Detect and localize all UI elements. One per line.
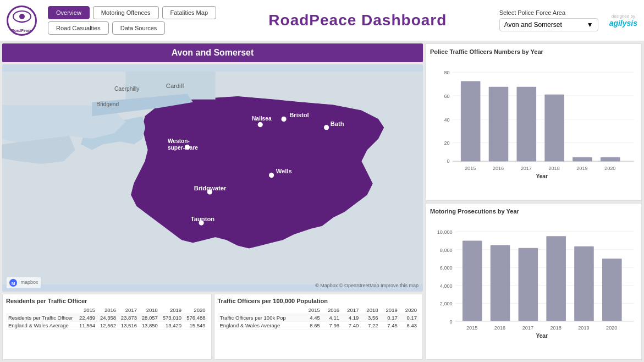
osm-credit: © Mapbox © OpenStreetMap Improve this ma… — [315, 283, 419, 288]
cell: 13,850 — [139, 322, 160, 330]
row-label: Residents per Traffic Officer — [6, 314, 76, 322]
officers-table: 2015 2016 2017 2018 2019 2020 Traffic Of… — [218, 306, 420, 330]
fatalities-button[interactable]: Fatalities Map — [162, 6, 216, 19]
police-selector: Select Police Force Area Avon and Somers… — [499, 9, 598, 31]
svg-text:2016: 2016 — [494, 325, 505, 331]
col-header-2018: 2018 — [139, 306, 160, 314]
svg-rect-65 — [546, 236, 566, 321]
svg-text:Bridgend: Bridgend — [96, 101, 119, 107]
col-header-2020: 2020 — [400, 306, 419, 314]
col-header-2016: 2016 — [322, 306, 342, 314]
chevron-down-icon: ▼ — [587, 21, 593, 29]
svg-text:2016: 2016 — [493, 166, 504, 171]
svg-text:Year: Year — [536, 173, 548, 179]
police-officers-chart-area: 0 20 40 60 80 2015 2016 2017 — [430, 57, 637, 194]
cell: 7.22 — [361, 322, 380, 330]
svg-text:Bristol: Bristol — [289, 112, 309, 118]
col-header-2015: 2015 — [76, 306, 97, 314]
svg-rect-69 — [602, 258, 622, 321]
sources-button[interactable]: Data Sources — [112, 21, 166, 35]
cell: 7.40 — [342, 322, 361, 330]
svg-text:Weston-: Weston- — [168, 138, 190, 144]
svg-text:2019: 2019 — [578, 325, 589, 331]
left-panel: Avon and Somerset B — [2, 43, 423, 360]
police-officers-chart-title: Police Traffic Officers Numbers by Year — [430, 48, 637, 55]
svg-rect-37 — [517, 87, 537, 162]
cell: 23,873 — [118, 314, 139, 322]
cell: 24,358 — [97, 314, 118, 322]
svg-text:Wells: Wells — [276, 168, 292, 174]
svg-rect-35 — [489, 87, 509, 162]
police-officers-chart-card: Police Traffic Officers Numbers by Year … — [425, 43, 642, 201]
svg-text:2020: 2020 — [604, 166, 615, 171]
col-header-2020: 2020 — [184, 306, 207, 314]
svg-rect-41 — [573, 157, 592, 162]
roadpeace-logo: RoadPeace — [7, 6, 37, 36]
col-header-2015: 2015 — [303, 306, 322, 314]
row-label: England & Wales Average — [218, 322, 303, 330]
svg-text:0: 0 — [447, 158, 449, 164]
map-svg: Bristol Bath Nailsea Weston- super-Mare … — [2, 64, 423, 292]
svg-point-12 — [269, 173, 274, 177]
svg-point-5 — [324, 125, 328, 130]
cell: 4.19 — [342, 314, 361, 322]
col-header-2019: 2019 — [380, 306, 399, 314]
cell: 13,516 — [118, 322, 139, 330]
svg-point-3 — [282, 117, 286, 121]
cell: 0.17 — [380, 314, 399, 322]
cell: 7.96 — [322, 322, 342, 330]
table-row: Residents per Traffic Officer 22,489 24,… — [6, 314, 208, 322]
officers-card: Traffic Officers per 100,000 Population … — [214, 294, 423, 360]
cell: 22,489 — [76, 314, 97, 322]
svg-text:6,000: 6,000 — [440, 265, 453, 271]
svg-rect-33 — [461, 81, 481, 161]
svg-rect-43 — [601, 157, 620, 162]
residents-table: 2015 2016 2017 2018 2019 2020 Residents … — [6, 306, 208, 330]
stats-row: Residents per Traffic Officer 2015 2016 … — [2, 294, 423, 360]
svg-text:2015: 2015 — [466, 325, 477, 331]
casualties-button[interactable]: Road Casualties — [48, 21, 109, 35]
col-header-name — [6, 306, 76, 314]
col-header-name — [218, 306, 303, 314]
overview-button[interactable]: Overview — [48, 6, 90, 19]
header: RoadPeace Overview Motoring Offences Fat… — [0, 0, 644, 41]
agilysis-brand: agilysis — [609, 19, 637, 28]
svg-text:80: 80 — [444, 70, 449, 75]
row-label: Traffic Officers per 100k Pop — [218, 314, 303, 322]
svg-text:2018: 2018 — [548, 166, 559, 171]
officers-title: Traffic Officers per 100,000 Population — [218, 298, 420, 304]
agilysis-logo: designed by agilysis — [609, 14, 637, 28]
col-header-2017: 2017 — [118, 306, 139, 314]
nav-buttons: Overview Motoring Offences Fatalities Ma… — [48, 6, 216, 35]
svg-rect-67 — [574, 246, 594, 321]
cell: 4.11 — [322, 314, 342, 322]
logo-area: RoadPeace — [7, 6, 37, 36]
svg-text:Taunton: Taunton — [191, 216, 215, 222]
right-panel: Police Traffic Officers Numbers by Year … — [425, 43, 642, 360]
cell: 4.45 — [303, 314, 322, 322]
svg-rect-63 — [519, 248, 538, 321]
svg-text:2018: 2018 — [550, 325, 561, 331]
svg-text:2017: 2017 — [521, 166, 532, 171]
svg-text:10,000: 10,000 — [437, 229, 453, 235]
residents-card: Residents per Traffic Officer 2015 2016 … — [2, 294, 212, 360]
police-label: Select Police Force Area — [499, 9, 598, 16]
svg-text:2020: 2020 — [606, 325, 617, 331]
residents-title: Residents per Traffic Officer — [6, 298, 208, 304]
table-row: Traffic Officers per 100k Pop 4.45 4.11 … — [218, 314, 420, 322]
svg-text:Cardiff: Cardiff — [166, 83, 185, 89]
police-officers-chart-svg: 0 20 40 60 80 2015 2016 2017 — [430, 57, 637, 194]
svg-point-1 — [19, 14, 25, 19]
col-header-2017: 2017 — [342, 306, 361, 314]
svg-text:2019: 2019 — [576, 166, 587, 171]
cell: 7.45 — [380, 322, 399, 330]
police-force-value: Avon and Somerset — [504, 21, 562, 29]
map-container: Bristol Bath Nailsea Weston- super-Mare … — [2, 64, 423, 292]
region-title: Avon and Somerset — [2, 43, 423, 62]
svg-text:Caerphilly: Caerphilly — [114, 86, 140, 92]
motoring-button[interactable]: Motoring Offences — [93, 6, 159, 19]
col-header-2018: 2018 — [361, 306, 380, 314]
police-force-dropdown[interactable]: Avon and Somerset ▼ — [499, 18, 598, 31]
cell: 573,010 — [160, 314, 184, 322]
col-header-2019: 2019 — [160, 306, 184, 314]
